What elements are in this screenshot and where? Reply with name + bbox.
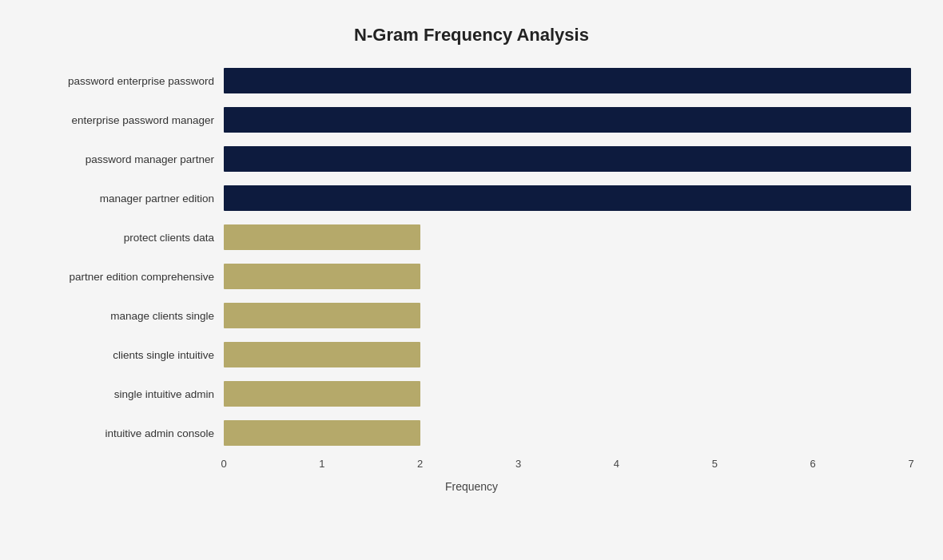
- bar-fill: [224, 264, 420, 289]
- bar-track: [224, 342, 911, 367]
- bar-fill: [224, 68, 911, 93]
- bar-fill: [224, 342, 420, 367]
- x-tick: 7: [908, 458, 913, 470]
- bar-row: protect clients data: [32, 218, 911, 257]
- bar-track: [224, 68, 911, 93]
- bar-track: [224, 264, 911, 289]
- bar-track: [224, 146, 911, 172]
- bar-row: single intuitive admin: [32, 375, 911, 414]
- x-axis-label: Frequency: [32, 480, 911, 493]
- bar-track: [224, 420, 911, 446]
- bar-track: [224, 303, 911, 328]
- bar-label: intuitive admin console: [32, 427, 224, 439]
- bar-label: manage clients single: [32, 310, 224, 322]
- bar-track: [224, 381, 911, 407]
- bar-track: [224, 185, 911, 211]
- bar-row: manage clients single: [32, 296, 911, 336]
- bar-track: [224, 224, 911, 250]
- chart-title: N-Gram Frequency Analysis: [32, 25, 911, 46]
- chart-container: N-Gram Frequency Analysis password enter…: [16, 9, 927, 552]
- x-axis-area: 01234567: [32, 458, 911, 477]
- bar-row: enterprise password manager: [32, 101, 911, 140]
- bar-label: enterprise password manager: [32, 114, 224, 126]
- bar-row: intuitive admin console: [32, 414, 911, 453]
- bar-row: password enterprise password: [32, 62, 911, 101]
- bar-label: password manager partner: [32, 153, 224, 165]
- x-tick: 3: [515, 458, 521, 470]
- x-tick: 6: [810, 458, 816, 470]
- bar-fill: [224, 381, 420, 407]
- x-tick: 1: [319, 458, 324, 470]
- bar-row: manager partner edition: [32, 179, 911, 218]
- bar-fill: [224, 146, 911, 172]
- bar-row: clients single intuitive: [32, 336, 911, 375]
- x-tick: 2: [417, 458, 423, 470]
- bar-fill: [224, 185, 911, 211]
- x-tick: 5: [712, 458, 718, 470]
- bar-label: manager partner edition: [32, 193, 224, 205]
- chart-area: password enterprise passwordenterprise p…: [32, 62, 911, 493]
- bar-fill: [224, 224, 420, 250]
- bar-label: partner edition comprehensive: [32, 271, 224, 283]
- bar-fill: [224, 420, 420, 446]
- bars-section: password enterprise passwordenterprise p…: [32, 62, 911, 453]
- bar-track: [224, 107, 911, 133]
- bar-fill: [224, 107, 911, 133]
- bar-row: partner edition comprehensive: [32, 257, 911, 296]
- bar-label: password enterprise password: [32, 75, 224, 87]
- x-axis-ticks: 01234567: [224, 458, 911, 477]
- x-tick: 4: [614, 458, 619, 470]
- bar-label: protect clients data: [32, 232, 224, 244]
- bar-label: single intuitive admin: [32, 388, 224, 400]
- x-tick: 0: [221, 458, 226, 470]
- bar-fill: [224, 303, 420, 328]
- bar-row: password manager partner: [32, 140, 911, 179]
- bar-label: clients single intuitive: [32, 349, 224, 361]
